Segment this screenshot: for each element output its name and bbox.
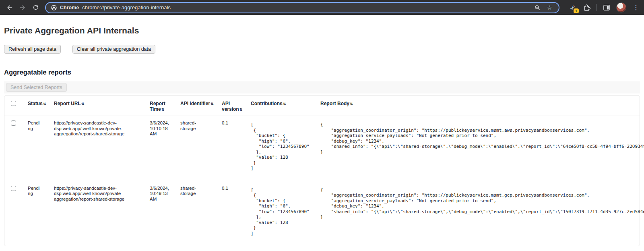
api-version-cell: 0.1 [222, 186, 251, 191]
table-row: Pending https://privacy-sandcastle-dev-d… [4, 181, 640, 246]
status-cell: Pending [28, 120, 54, 131]
chrome-logo-icon [51, 4, 57, 11]
profile-avatar[interactable] [616, 2, 626, 12]
api-identifier-cell: shared-storage [180, 120, 222, 131]
url-text[interactable]: chrome://private-aggregation-internals [82, 4, 530, 10]
extension-scissors-button[interactable]: ✂ 1 [568, 3, 577, 12]
sort-icon[interactable]: ⇅ [239, 108, 243, 112]
select-all-checkbox[interactable] [11, 101, 16, 106]
section-heading: Aggregatable reports [4, 68, 640, 76]
address-bar[interactable]: Chrome chrome://private-aggregation-inte… [45, 2, 559, 13]
clear-all-button[interactable]: Clear all private aggregation data [72, 45, 155, 54]
extension-badge: 1 [574, 8, 579, 13]
api-version-cell: 0.1 [222, 120, 251, 126]
col-contributions[interactable]: Contributions⇅ [251, 101, 320, 107]
table-header-row: Status⇅ Report URL⇅ Report Time⇅ API ide… [4, 95, 640, 116]
report-time-cell: 3/6/2024, 10:49:13 AM [150, 186, 180, 202]
sort-icon[interactable]: ⇅ [211, 102, 214, 106]
sort-icon[interactable]: ⇅ [81, 102, 85, 106]
sort-icon[interactable]: ⇅ [283, 102, 286, 106]
col-report-url[interactable]: Report URL⇅ [54, 101, 150, 107]
reload-icon [32, 4, 39, 11]
report-url-cell: https://privacy-sandcastle-dev-dsp.web.a… [54, 120, 150, 137]
site-chip: Chrome [51, 4, 79, 11]
toolbar-divider [597, 4, 597, 11]
reports-table: Status⇅ Report URL⇅ Report Time⇅ API ide… [4, 95, 640, 246]
row-checkbox[interactable] [11, 186, 16, 191]
page-title: Private Aggregation API Internals [4, 26, 640, 35]
extensions-puzzle-icon[interactable] [583, 4, 591, 12]
col-report-body[interactable]: Report Body⇅ [320, 101, 640, 107]
sort-icon[interactable]: ⇅ [43, 102, 46, 106]
back-arrow-icon [6, 4, 13, 11]
page-content: Private Aggregation API Internals Refres… [0, 15, 644, 246]
back-button[interactable] [4, 2, 15, 13]
col-api-version[interactable]: API version⇅ [222, 101, 251, 112]
table-row: Pending https://privacy-sandcastle-dev-d… [4, 116, 640, 181]
col-api-identifier[interactable]: API identifier⇅ [180, 101, 222, 107]
api-identifier-cell: shared-storage [180, 186, 222, 197]
row-checkbox[interactable] [11, 120, 16, 126]
reload-button[interactable] [30, 2, 41, 13]
col-status[interactable]: Status⇅ [28, 101, 54, 107]
sort-icon[interactable]: ⇅ [350, 102, 353, 106]
browser-toolbar: Chrome chrome://private-aggregation-inte… [0, 0, 644, 15]
report-time-cell: 3/6/2024, 10:10:18 AM [150, 120, 180, 137]
browser-menu-icon[interactable]: ⋮ [632, 4, 640, 11]
report-url-cell: https://privacy-sandcastle-dev-dsp.web.a… [54, 186, 150, 202]
select-all-cell [4, 101, 28, 106]
report-body-cell: { "aggregation_coordinator_origin": "htt… [320, 186, 644, 220]
report-body-cell: { "aggregation_coordinator_origin": "htt… [320, 120, 644, 155]
refresh-all-button[interactable]: Refresh all page data [4, 45, 61, 54]
contributions-cell: [ { "bucket": { "high": "0", "low": "123… [251, 120, 320, 171]
send-selected-reports-button[interactable]: Send Selected Reports [6, 83, 67, 92]
forward-arrow-icon [19, 4, 26, 11]
bookmark-star-icon[interactable]: ☆ [547, 4, 552, 11]
status-cell: Pending [28, 186, 54, 197]
side-panel-icon[interactable] [603, 4, 611, 12]
contributions-cell: [ { "bucket": { "high": "0", "low": "123… [251, 186, 320, 236]
zoom-icon[interactable] [534, 4, 541, 11]
sort-icon[interactable]: ⇅ [161, 108, 165, 112]
site-chip-label: Chrome [60, 5, 79, 10]
table-toolbar: Send Selected Reports [4, 81, 640, 93]
col-report-time[interactable]: Report Time⇅ [150, 101, 180, 112]
forward-button[interactable] [17, 2, 28, 13]
